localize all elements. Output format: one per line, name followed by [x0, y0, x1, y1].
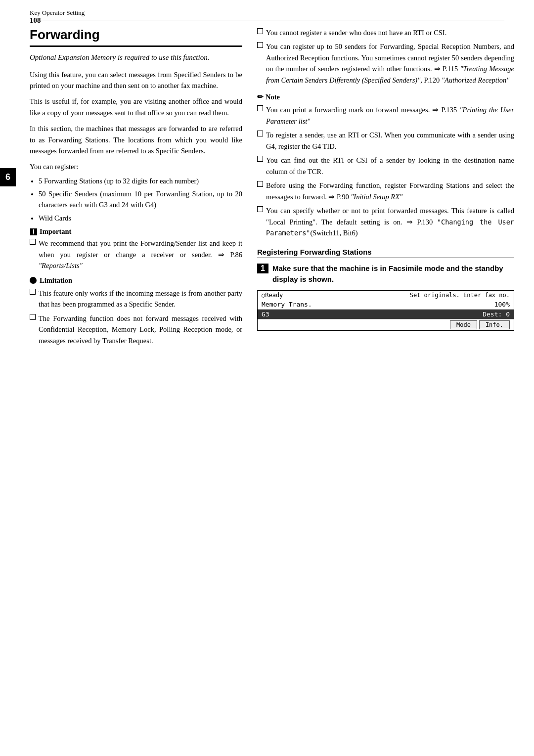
pencil-icon: ✏ — [257, 92, 264, 101]
display-screen: ○Ready Set originals. Enter fax no. Memo… — [257, 290, 514, 331]
page-wrapper: Key Operator Setting 6 108 Forwarding Op… — [0, 0, 534, 40]
page-number: 108 — [30, 16, 41, 25]
important-header: Important — [30, 227, 242, 236]
important-icon — [30, 228, 38, 236]
svg-rect-1 — [33, 229, 34, 233]
registering-header: Registering Forwarding Stations — [257, 248, 514, 258]
bullet-item-3: Wild Cards — [39, 213, 242, 223]
step-number: 1 — [257, 264, 268, 273]
right-item-2: You can register up to 50 senders for Fo… — [257, 41, 514, 86]
section-title: Forwarding — [30, 27, 242, 47]
left-column: Forwarding Optional Expansion Memory is … — [30, 27, 242, 349]
note-header: ✏ Note — [257, 92, 514, 101]
mode-button[interactable]: Mode — [450, 320, 477, 329]
limitation-box: Limitation This feature only works if th… — [30, 276, 242, 346]
note-section: ✏ Note You can print a forwarding mark o… — [257, 92, 514, 238]
body-para3: In this section, the machines that messa… — [30, 123, 242, 156]
bullet-item-2: 50 Specific Senders (maximum 10 per Forw… — [39, 188, 242, 211]
right-column: You cannot register a sender who does no… — [257, 27, 514, 349]
note-item-2: To register a sender, use an RTI or CSI.… — [257, 130, 514, 152]
checkbox-icon — [257, 181, 263, 187]
display-row-3: G3 Dest: 0 — [258, 310, 514, 319]
note-item-3: You can find out the RTI or CSI of a sen… — [257, 155, 514, 177]
limitation-item-2: The Forwarding function does not forward… — [30, 313, 242, 346]
checkbox-icon — [30, 289, 36, 295]
body-para2: This is useful if, for example, you are … — [30, 96, 242, 118]
limitation-item-1: This feature only works if the incoming … — [30, 288, 242, 310]
right-item-1: You cannot register a sender who does no… — [257, 27, 514, 38]
checkbox-icon — [257, 206, 263, 212]
limitation-header: Limitation — [30, 276, 242, 285]
note-item-4: Before using the Forwarding function, re… — [257, 180, 514, 202]
italic-note: Optional Expansion Memory is required to… — [30, 52, 242, 63]
ready-label: ○Ready — [262, 292, 283, 299]
checkbox-icon — [257, 42, 263, 48]
info-button[interactable]: Info. — [479, 320, 510, 329]
chapter-tab: 6 — [0, 168, 16, 186]
memory-trans-value: 100% — [494, 301, 510, 308]
display-buttons-row: Mode Info. — [258, 319, 514, 330]
body-para1: Using this feature, you can select messa… — [30, 69, 242, 91]
right-col-items: You cannot register a sender who does no… — [257, 27, 514, 331]
checkbox-icon — [30, 314, 36, 320]
g3-label: G3 — [262, 311, 269, 318]
memory-trans-label: Memory Trans. — [262, 301, 312, 308]
checkbox-icon — [30, 239, 36, 245]
bullet-item-1: 5 Forwarding Stations (up to 32 digits f… — [39, 176, 242, 186]
checkbox-icon — [257, 131, 263, 136]
register-bullet-list: 5 Forwarding Stations (up to 32 digits f… — [39, 176, 242, 224]
you-can-register-label: You can register: — [30, 162, 242, 173]
step1-header: 1 Make sure that the machine is in Facsi… — [257, 263, 514, 285]
display-row-1: ○Ready Set originals. Enter fax no. — [258, 291, 514, 300]
note-item-1: You can print a forwarding mark on forwa… — [257, 104, 514, 127]
note-item-5: You can specify whether or not to print … — [257, 205, 514, 238]
important-item-1: We recommend that you print the Forwardi… — [30, 238, 242, 271]
ready-text: Set originals. Enter fax no. — [410, 292, 510, 299]
step1-text: Make sure that the machine is in Facsimi… — [272, 263, 514, 285]
checkbox-icon — [257, 105, 263, 111]
dest-value: Dest: 0 — [483, 311, 510, 318]
limitation-bullet-icon — [30, 277, 37, 284]
important-box: Important We recommend that you print th… — [30, 227, 242, 271]
two-column-layout: Forwarding Optional Expansion Memory is … — [30, 27, 514, 349]
checkbox-icon — [257, 156, 263, 162]
display-row-2: Memory Trans. 100% — [258, 300, 514, 310]
breadcrumb: Key Operator Setting — [30, 9, 504, 20]
svg-rect-2 — [33, 233, 34, 234]
checkbox-icon — [257, 28, 263, 34]
